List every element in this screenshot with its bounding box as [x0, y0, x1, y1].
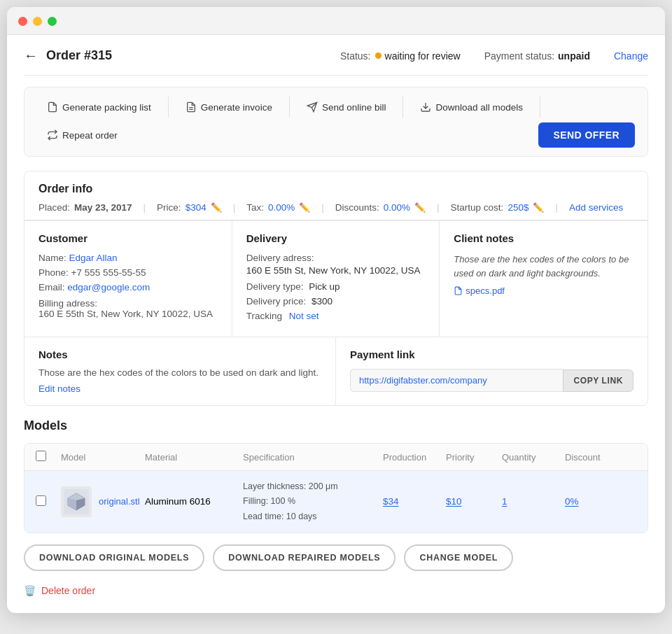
- spec-fill: Filling: 100 %: [243, 494, 383, 509]
- delivery-cell: Delivery Delivery adress: 160 E 55th St,…: [232, 221, 440, 337]
- titlebar: [7, 7, 665, 35]
- startup-edit-icon[interactable]: ✏️: [533, 202, 544, 213]
- customer-name-row: Name: Edgar Allan: [38, 253, 218, 263]
- copy-link-button[interactable]: COPY LINK: [563, 369, 634, 392]
- client-notes-title: Client notes: [454, 232, 634, 244]
- production-value[interactable]: $34: [383, 496, 446, 507]
- app-window: ← Order #315 Status: waiting for review …: [7, 7, 665, 613]
- delete-order-label: Delete order: [41, 585, 95, 596]
- col-discount: Discount: [565, 452, 628, 463]
- send-online-bill-label: Send online bill: [322, 102, 386, 113]
- customer-cell: Customer Name: Edgar Allan Phone: +7 555…: [24, 221, 232, 337]
- name-value[interactable]: Edgar Allan: [69, 253, 118, 263]
- phone-value: +7 555 555-55-55: [71, 267, 146, 278]
- delivery-price-row: Delivery price: $300: [246, 296, 426, 307]
- models-title: Models: [24, 418, 648, 433]
- email-value[interactable]: edgar@google.com: [67, 282, 150, 293]
- quantity-value[interactable]: 1: [502, 496, 565, 507]
- payment-cell: Payment link COPY LINK: [336, 337, 648, 405]
- priority-value[interactable]: $10: [446, 496, 502, 507]
- models-table: Model Material Specification Production …: [24, 443, 648, 533]
- col-quantity: Quantity: [502, 452, 565, 463]
- tax-label: Tax:: [246, 202, 264, 213]
- price-value[interactable]: $304: [186, 202, 206, 213]
- model-name-cell: original.stl: [61, 486, 145, 517]
- row-checkbox: [36, 495, 61, 508]
- toolbar: Generate packing list Generate invoice S…: [24, 87, 648, 157]
- price-value: $54: [628, 496, 648, 507]
- download-all-models-label: Download all models: [435, 102, 523, 113]
- startup-value[interactable]: 250$: [507, 202, 528, 213]
- row-select-checkbox[interactable]: [36, 495, 46, 506]
- top-bar-left: ← Order #315: [24, 48, 112, 64]
- bottom-buttons: DOWNLOAD ORIGINAL MODELS DOWNLOAD REPAIR…: [24, 544, 648, 571]
- change-link[interactable]: Change: [614, 50, 648, 62]
- divider4: [540, 97, 540, 118]
- repeat-order-label: Repeat order: [62, 130, 118, 141]
- file-icon: [47, 101, 58, 113]
- generate-packing-list-button[interactable]: Generate packing list: [37, 96, 161, 118]
- payment-link-input[interactable]: [350, 369, 563, 392]
- delivery-type-value: Pick up: [309, 281, 340, 292]
- maximize-button[interactable]: [48, 17, 57, 26]
- delete-order-row[interactable]: 🗑️ Delete order: [24, 585, 648, 596]
- specs-link[interactable]: specs.pdf: [454, 286, 634, 296]
- delivery-title: Delivery: [246, 232, 426, 244]
- customer-billing-row: Billing adress: 160 E 55th St, New York,…: [38, 298, 218, 319]
- customer-title: Customer: [38, 232, 218, 244]
- payment-link-title: Payment link: [350, 348, 634, 360]
- discounts-value[interactable]: 0.00%: [384, 202, 410, 213]
- tracking-value[interactable]: Not set: [289, 311, 319, 321]
- download-repaired-models-button[interactable]: DOWNLOAD REPAIRED MODELS: [213, 544, 396, 571]
- change-model-button[interactable]: CHANGE MODEL: [404, 544, 513, 571]
- price-edit-icon[interactable]: ✏️: [211, 202, 222, 213]
- sep1: |: [144, 202, 146, 213]
- close-button[interactable]: [18, 17, 27, 26]
- minimize-button[interactable]: [33, 17, 42, 26]
- models-table-header: Model Material Specification Production …: [24, 444, 648, 471]
- order-info-card: Order info Placed: May 23, 2017 | Price:…: [24, 171, 648, 406]
- spec-layer: Layer thickness: 200 μm: [243, 479, 383, 494]
- divider3: [402, 97, 403, 118]
- select-all-checkbox[interactable]: [36, 451, 46, 461]
- specification-cell: Layer thickness: 200 μm Filling: 100 % L…: [243, 479, 383, 524]
- discount-value[interactable]: 0%: [565, 496, 628, 507]
- col-production: Production: [383, 452, 446, 463]
- model-thumbnail: [61, 486, 92, 517]
- startup-label: Startup cost:: [451, 202, 504, 213]
- edit-notes-link[interactable]: Edit notes: [38, 383, 80, 394]
- delivery-price-value: $300: [312, 296, 332, 307]
- delivery-address-value: 160 E 55th St, New York, NY 10022, USA: [246, 265, 426, 276]
- delivery-type-row: Delivery type: Pick up: [246, 281, 426, 292]
- tracking-label: Tracking: [246, 311, 282, 321]
- back-arrow-icon[interactable]: ←: [24, 48, 38, 64]
- download-original-models-button[interactable]: DOWNLOAD ORIGINAL MODELS: [24, 544, 204, 571]
- col-price: Price: [628, 452, 648, 463]
- tax-value[interactable]: 0.00%: [268, 202, 295, 213]
- payment-status-group: Payment status: unpaid: [484, 50, 590, 62]
- add-services-link[interactable]: Add services: [569, 202, 623, 213]
- notes-payment-grid: Notes Those are the hex codes of the col…: [24, 337, 648, 405]
- discounts-edit-icon[interactable]: ✏️: [414, 202, 426, 213]
- send-online-bill-button[interactable]: Send online bill: [297, 96, 396, 118]
- divider2: [289, 97, 290, 118]
- divider: [168, 97, 169, 118]
- invoice-icon: [186, 101, 197, 113]
- generate-packing-list-label: Generate packing list: [62, 102, 151, 113]
- model-name-link[interactable]: original.stl: [99, 496, 140, 507]
- file-link-icon: [454, 286, 463, 295]
- repeat-order-button[interactable]: Repeat order: [37, 124, 127, 146]
- name-label: Name:: [38, 253, 66, 263]
- payment-value: unpaid: [558, 50, 590, 62]
- order-title: Order #315: [46, 48, 112, 63]
- status-group: Status: waiting for review: [340, 50, 461, 62]
- col-checkbox: [36, 451, 61, 463]
- notes-title: Notes: [38, 348, 321, 360]
- send-offer-button[interactable]: SEND OFFER: [538, 122, 635, 148]
- tax-edit-icon[interactable]: ✏️: [299, 202, 310, 213]
- download-all-models-button[interactable]: Download all models: [410, 96, 533, 118]
- client-notes-text: Those are the hex codes of the colors to…: [454, 253, 634, 280]
- phone-label: Phone:: [38, 267, 69, 278]
- generate-invoice-button[interactable]: Generate invoice: [176, 96, 282, 118]
- notes-cell: Notes Those are the hex codes of the col…: [24, 337, 336, 405]
